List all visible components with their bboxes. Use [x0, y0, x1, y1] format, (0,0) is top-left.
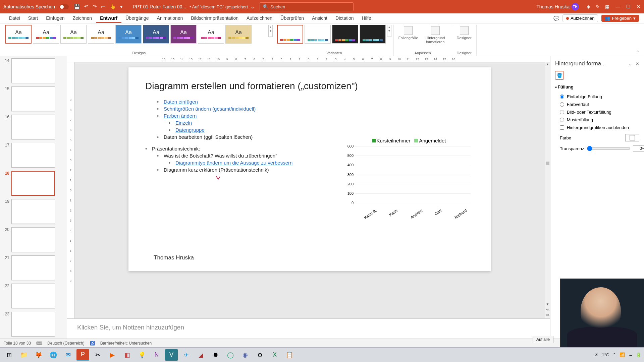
maximize-icon[interactable]: ☐	[626, 4, 631, 9]
document-title[interactable]: PPT 01 Roter Faden 00... • Auf "diesem P…	[133, 4, 255, 9]
minimize-icon[interactable]: —	[615, 4, 620, 9]
theme-thumb[interactable]: Aa	[60, 25, 87, 44]
prev-slide-icon[interactable]: ≪	[545, 308, 550, 313]
radio-input[interactable]	[560, 110, 564, 114]
slide-title[interactable]: Diagramm erstellen und formatieren („cus…	[145, 81, 474, 92]
bullet-item[interactable]: Schriftgrößen ändern (gesamt/individuell…	[157, 105, 474, 112]
theme-thumb[interactable]: Aa	[33, 25, 59, 44]
weather-icon[interactable]: ☀	[594, 352, 598, 357]
theme-thumb[interactable]: Aa	[225, 25, 252, 44]
close-icon[interactable]: ✕	[636, 61, 639, 66]
checkbox-input[interactable]	[560, 125, 564, 130]
tab-einfügen[interactable]: Einfügen	[42, 14, 68, 23]
powerpoint-icon[interactable]: P	[76, 349, 89, 361]
apply-all-button[interactable]: Auf alle	[533, 336, 553, 343]
qat-more-icon[interactable]: ▾	[120, 4, 123, 10]
firefox-icon[interactable]: 🦊	[32, 349, 45, 361]
themes-gallery[interactable]: AaAaAaAaAaAaAaAaAa	[5, 25, 267, 44]
search-box[interactable]: 🔍	[260, 2, 354, 11]
app-icon[interactable]: ◢	[195, 349, 207, 361]
bullet-item[interactable]: Datengruppe	[169, 126, 474, 133]
app-icon[interactable]: ◉	[239, 349, 252, 361]
scroll-down-icon[interactable]: ▼	[545, 302, 550, 308]
excel-icon[interactable]: X	[268, 349, 281, 361]
tab-bildschirmpräsentation[interactable]: Bildschirmpräsentation	[187, 14, 243, 23]
close-icon[interactable]: ✕	[637, 4, 641, 9]
bullet-list-1[interactable]: Daten einfügenSchriftgrößen ändern (gesa…	[145, 98, 474, 140]
tray-chevron-icon[interactable]: ⌃	[612, 352, 616, 357]
diamond-icon[interactable]: ◈	[587, 4, 590, 9]
tab-datei[interactable]: Datei	[5, 14, 24, 23]
tray-icon[interactable]: 📶	[620, 352, 625, 357]
comments-icon[interactable]: 💬	[553, 16, 559, 21]
theme-thumb[interactable]: Aa	[143, 25, 169, 44]
slide-thumb-19[interactable]: 19	[3, 199, 63, 224]
slide-canvas[interactable]: Diagramm erstellen und formatieren („cus…	[128, 67, 491, 271]
slide-thumb-23[interactable]: 23	[3, 312, 63, 337]
obs-icon[interactable]: ⏺	[209, 349, 222, 361]
lang-icon[interactable]: ⌨	[36, 341, 42, 346]
redo-icon[interactable]: ↷	[93, 4, 97, 10]
theme-thumb[interactable]: Aa	[198, 25, 224, 44]
tab-animationen[interactable]: Animationen	[153, 14, 187, 23]
tab-übergänge[interactable]: Übergänge	[121, 14, 153, 23]
radio-input[interactable]	[560, 95, 564, 99]
color-picker-button[interactable]	[625, 134, 639, 141]
vertical-scrollbar[interactable]: ▲ ▼ ≪ ≫	[545, 62, 550, 318]
scroll-up-icon[interactable]: ▲	[545, 62, 550, 68]
outlook-icon[interactable]: ✉	[62, 349, 74, 361]
slide-thumb-21[interactable]: 21	[3, 255, 63, 280]
user-account[interactable]: Thomas Hruska TH	[536, 3, 579, 10]
hide-bg-checkbox[interactable]: Hintergrundgrafiken ausblenden	[555, 124, 639, 131]
radio-input[interactable]	[560, 118, 564, 122]
app-icon[interactable]: V	[165, 349, 178, 361]
designer-button[interactable]: Designer	[454, 25, 474, 41]
variant-thumb[interactable]	[277, 25, 303, 44]
search-input[interactable]	[270, 4, 327, 9]
radio-input[interactable]	[560, 102, 564, 107]
slide-thumbnails-panel[interactable]: 1415161718192021222324	[0, 56, 67, 339]
variant-thumb[interactable]	[360, 25, 386, 44]
system-tray[interactable]: ☀ 1°C ⌃ 📶 ☁ 🔋	[594, 352, 641, 357]
tab-ansicht[interactable]: Ansicht	[308, 14, 331, 23]
next-slide-icon[interactable]: ≫	[545, 313, 550, 318]
autosave-toggle[interactable]: Automatisches Speichern	[3, 4, 69, 9]
tab-aufzeichnen[interactable]: Aufzeichnen	[243, 14, 276, 23]
vlc-icon[interactable]: ▶	[106, 349, 119, 361]
slide-position[interactable]: Folie 18 von 33	[3, 341, 31, 346]
chevron-down-icon[interactable]: ⌄	[251, 4, 255, 9]
bullet-item[interactable]: Einzeln	[169, 119, 474, 126]
app-icon[interactable]: ◧	[121, 349, 133, 361]
fill-option[interactable]: Bild- oder Texturfüllung	[555, 108, 639, 116]
variants-gallery[interactable]	[277, 25, 386, 44]
share-button[interactable]: 👥Freigeben▾	[601, 15, 639, 22]
theme-thumb[interactable]: Aa	[5, 25, 32, 44]
from-beginning-icon[interactable]: ▭	[101, 4, 106, 10]
chart[interactable]: KursteilnehmerAngemeldet 010020030040050…	[343, 138, 471, 213]
theme-thumb[interactable]: Aa	[170, 25, 197, 44]
tray-icon[interactable]: 🔋	[636, 352, 641, 357]
tab-dictation[interactable]: Dictation	[331, 14, 358, 23]
language-status[interactable]: Deutsch (Österreich)	[47, 341, 85, 346]
notes-pane[interactable]: Klicken Sie, um Notizen hinzuzufügen	[67, 318, 550, 339]
app-icon[interactable]: ◯	[224, 349, 237, 361]
explorer-icon[interactable]: 📁	[17, 349, 30, 361]
tab-start[interactable]: Start	[24, 14, 42, 23]
fill-option[interactable]: Einfarbige Füllung	[555, 93, 639, 101]
app-icon[interactable]: 📋	[283, 349, 296, 361]
canvas-area[interactable]: Diagramm erstellen und formatieren („cus…	[74, 62, 545, 318]
transparency-input[interactable]	[633, 145, 644, 152]
gallery-spinner[interactable]: ▲▼⎯	[387, 25, 391, 37]
slide-thumb-14[interactable]: 14	[3, 58, 63, 83]
toggle-switch[interactable]	[59, 4, 69, 9]
slide-thumb-17[interactable]: 17	[3, 143, 63, 168]
app-icon[interactable]: 💡	[136, 349, 148, 361]
transparency-slider[interactable]	[587, 146, 630, 151]
chevron-down-icon[interactable]: ⌄	[629, 61, 632, 66]
start-button[interactable]: ⊞	[3, 349, 15, 361]
slide-thumb-15[interactable]: 15	[3, 86, 63, 111]
tab-zeichnen[interactable]: Zeichnen	[69, 14, 96, 23]
fill-section-header[interactable]: Füllung	[555, 84, 639, 89]
variant-thumb[interactable]	[332, 25, 358, 44]
accessibility-icon[interactable]: ♿	[90, 341, 95, 346]
